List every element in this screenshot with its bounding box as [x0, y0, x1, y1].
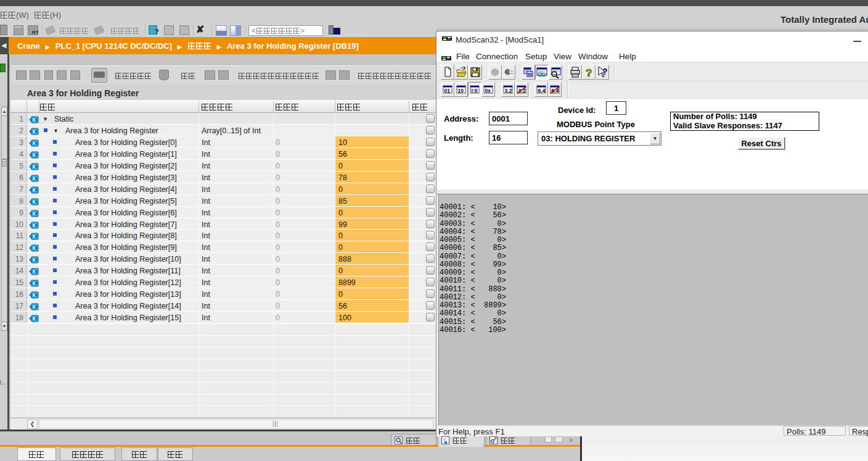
svg-text:01: 01 — [444, 88, 451, 94]
svg-text:I:0: I:0 — [472, 88, 478, 94]
svg-text:€: € — [505, 67, 509, 77]
svg-text:10: 10 — [458, 88, 464, 94]
svg-text:?: ? — [602, 67, 608, 77]
svg-text:3.2: 3.2 — [505, 88, 512, 94]
svg-text:?: ? — [586, 67, 592, 79]
svg-text:6.4: 6.4 — [538, 88, 546, 94]
svg-text:0x: 0x — [485, 88, 491, 94]
